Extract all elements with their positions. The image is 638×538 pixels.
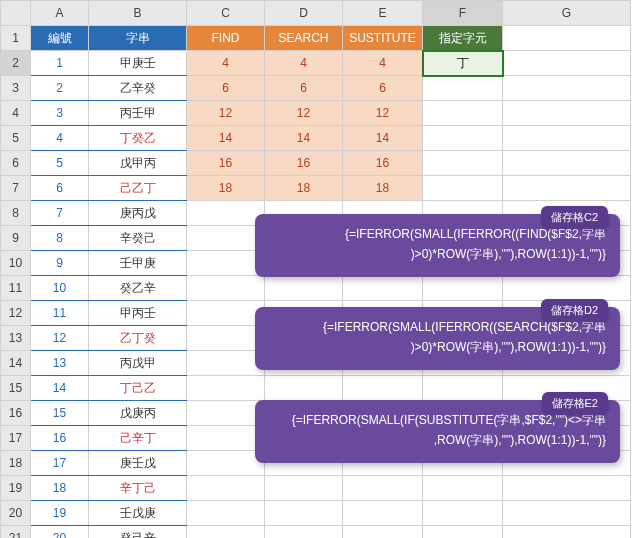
cell-number[interactable]: 11 (31, 301, 89, 326)
cell-f[interactable] (423, 76, 503, 101)
cell-substitute-result[interactable]: 18 (343, 176, 423, 201)
cell-substitute-result[interactable]: 12 (343, 101, 423, 126)
cell-string[interactable]: 甲丙壬 (89, 301, 187, 326)
row-header-6[interactable]: 6 (1, 151, 31, 176)
cell-string[interactable]: 壬甲庚 (89, 251, 187, 276)
column-header-A[interactable]: A (31, 1, 89, 26)
cell-substitute-result[interactable]: 6 (343, 76, 423, 101)
cell-string[interactable]: 丁己乙 (89, 376, 187, 401)
cell-c[interactable] (187, 426, 265, 451)
cell-g[interactable] (503, 51, 631, 76)
cell-search-result[interactable]: 4 (265, 51, 343, 76)
cell-number[interactable]: 18 (31, 476, 89, 501)
cell-number[interactable]: 9 (31, 251, 89, 276)
cell-c[interactable] (187, 276, 265, 301)
select-all-corner[interactable] (1, 1, 31, 26)
cell-c[interactable] (187, 401, 265, 426)
row-header-15[interactable]: 15 (1, 376, 31, 401)
cell-d[interactable] (265, 276, 343, 301)
cell-g[interactable] (503, 476, 631, 501)
row-header-16[interactable]: 16 (1, 401, 31, 426)
row-header-2[interactable]: 2 (1, 51, 31, 76)
cell-string[interactable]: 癸己辛 (89, 526, 187, 539)
row-header-7[interactable]: 7 (1, 176, 31, 201)
cell-string[interactable]: 甲庚壬 (89, 51, 187, 76)
cell-f[interactable] (423, 126, 503, 151)
cell-e[interactable] (343, 376, 423, 401)
cell-e[interactable] (343, 276, 423, 301)
column-header-C[interactable]: C (187, 1, 265, 26)
cell-g1[interactable] (503, 26, 631, 51)
cell-substitute-result[interactable]: 16 (343, 151, 423, 176)
column-header-B[interactable]: B (89, 1, 187, 26)
cell-string[interactable]: 癸乙辛 (89, 276, 187, 301)
cell-number[interactable]: 14 (31, 376, 89, 401)
cell-number[interactable]: 1 (31, 51, 89, 76)
cell-f[interactable] (423, 176, 503, 201)
cell-g[interactable] (503, 276, 631, 301)
cell-f[interactable] (423, 476, 503, 501)
cell-g[interactable] (503, 126, 631, 151)
cell-string[interactable]: 庚壬戊 (89, 451, 187, 476)
cell-c[interactable] (187, 376, 265, 401)
cell-search-result[interactable]: 16 (265, 151, 343, 176)
cell-f[interactable] (423, 501, 503, 526)
cell-number[interactable]: 10 (31, 276, 89, 301)
cell-c[interactable] (187, 501, 265, 526)
cell-number[interactable]: 3 (31, 101, 89, 126)
cell-search-result[interactable]: 12 (265, 101, 343, 126)
row-header-20[interactable]: 20 (1, 501, 31, 526)
row-header-13[interactable]: 13 (1, 326, 31, 351)
row-header-9[interactable]: 9 (1, 226, 31, 251)
cell-number[interactable]: 15 (31, 401, 89, 426)
cell-find-result[interactable]: 14 (187, 126, 265, 151)
cell-substitute-result[interactable]: 14 (343, 126, 423, 151)
cell-string[interactable]: 己乙丁 (89, 176, 187, 201)
column-header-G[interactable]: G (503, 1, 631, 26)
cell-c[interactable] (187, 476, 265, 501)
row-header-14[interactable]: 14 (1, 351, 31, 376)
cell-string[interactable]: 辛癸己 (89, 226, 187, 251)
cell-e[interactable] (343, 501, 423, 526)
row-header-3[interactable]: 3 (1, 76, 31, 101)
cell-e[interactable] (343, 476, 423, 501)
cell-d[interactable] (265, 526, 343, 539)
cell-number[interactable]: 5 (31, 151, 89, 176)
column-header-D[interactable]: D (265, 1, 343, 26)
cell-e[interactable] (343, 526, 423, 539)
cell-d[interactable] (265, 476, 343, 501)
cell-number[interactable]: 16 (31, 426, 89, 451)
cell-number[interactable]: 6 (31, 176, 89, 201)
cell-search-result[interactable]: 18 (265, 176, 343, 201)
cell-f[interactable] (423, 101, 503, 126)
cell-number[interactable]: 17 (31, 451, 89, 476)
cell-number[interactable]: 4 (31, 126, 89, 151)
row-header-17[interactable]: 17 (1, 426, 31, 451)
cell-string[interactable]: 壬戊庚 (89, 501, 187, 526)
row-header-18[interactable]: 18 (1, 451, 31, 476)
cell-c[interactable] (187, 251, 265, 276)
cell-c[interactable] (187, 526, 265, 539)
cell-search-result[interactable]: 14 (265, 126, 343, 151)
row-header-8[interactable]: 8 (1, 201, 31, 226)
cell-c[interactable] (187, 351, 265, 376)
row-header-1[interactable]: 1 (1, 26, 31, 51)
cell-number[interactable]: 7 (31, 201, 89, 226)
cell-string[interactable]: 庚丙戊 (89, 201, 187, 226)
row-header-19[interactable]: 19 (1, 476, 31, 501)
cell-find-result[interactable]: 18 (187, 176, 265, 201)
cell-string[interactable]: 戊甲丙 (89, 151, 187, 176)
cell-find-result[interactable]: 6 (187, 76, 265, 101)
cell-c[interactable] (187, 451, 265, 476)
cell-d[interactable] (265, 376, 343, 401)
cell-g[interactable] (503, 101, 631, 126)
cell-substitute-result[interactable]: 4 (343, 51, 423, 76)
cell-g[interactable] (503, 151, 631, 176)
cell-number[interactable]: 12 (31, 326, 89, 351)
cell-find-result[interactable]: 4 (187, 51, 265, 76)
cell-number[interactable]: 13 (31, 351, 89, 376)
cell-string[interactable]: 辛丁己 (89, 476, 187, 501)
cell-f[interactable] (423, 376, 503, 401)
cell-string[interactable]: 乙辛癸 (89, 76, 187, 101)
cell-g[interactable] (503, 526, 631, 539)
